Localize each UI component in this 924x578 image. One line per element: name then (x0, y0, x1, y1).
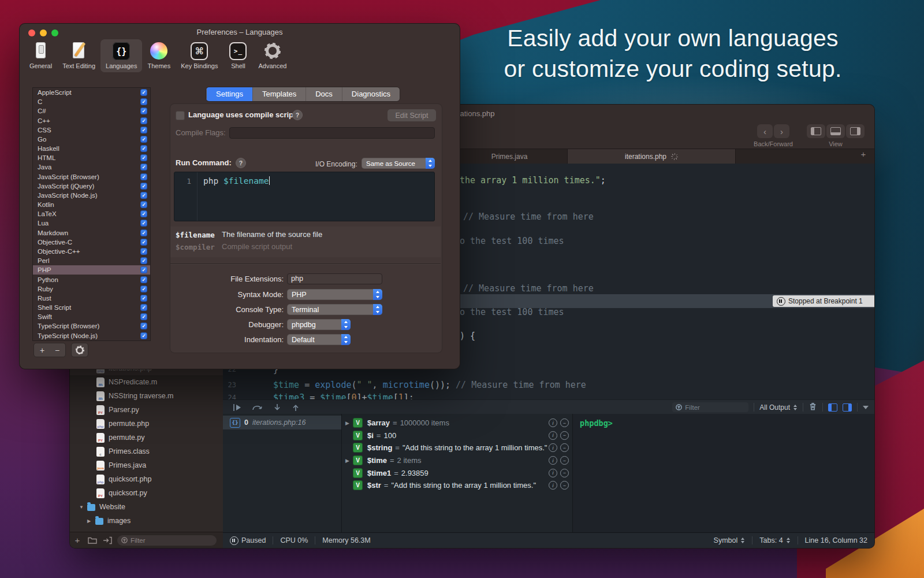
checkbox-checked-icon[interactable] (140, 266, 147, 273)
checkbox-checked-icon[interactable] (140, 304, 147, 311)
output-select[interactable]: All Output (759, 403, 798, 412)
checkbox-checked-icon[interactable] (140, 210, 147, 217)
remove-icon[interactable] (560, 456, 569, 465)
language-row[interactable]: Java (33, 162, 150, 172)
checkbox-checked-icon[interactable] (140, 313, 147, 320)
checkbox-checked-icon[interactable] (140, 276, 147, 283)
checkbox-checked-icon[interactable] (140, 154, 147, 161)
language-row[interactable]: Ruby (33, 284, 150, 294)
file-row[interactable]: php permute.php (70, 417, 223, 431)
prefs-toolbar-item[interactable]: Text Editing (57, 39, 100, 72)
remove-icon[interactable] (560, 443, 569, 452)
compile-script-checkbox[interactable] (176, 111, 185, 120)
language-row[interactable]: TypeScript (Node.js) (33, 331, 150, 340)
file-extensions-field[interactable]: php (287, 273, 382, 284)
prefs-toolbar-item[interactable]: Languages (100, 39, 142, 72)
checkbox-checked-icon[interactable] (140, 201, 147, 208)
language-row[interactable]: CSS (33, 125, 150, 135)
tabs-select[interactable]: Tabs: 4 (759, 536, 790, 544)
language-row[interactable]: JavaScript (Node.js) (33, 191, 150, 200)
debugger-select[interactable]: phpdbg (287, 319, 351, 330)
forward-button[interactable]: › (774, 124, 789, 138)
console-filter-field[interactable]: Filter (672, 402, 748, 412)
remove-icon[interactable] (560, 469, 569, 477)
language-actions-button[interactable] (71, 343, 88, 357)
language-row[interactable]: Markdown (33, 228, 150, 238)
checkbox-checked-icon[interactable] (140, 136, 147, 143)
checkbox-checked-icon[interactable] (140, 164, 147, 171)
info-icon[interactable] (549, 418, 557, 427)
prefs-tab[interactable]: Settings (206, 87, 252, 101)
view-left-panel-button[interactable] (807, 124, 825, 138)
info-icon[interactable] (549, 481, 557, 490)
file-row[interactable]: m NSString traverse.m (70, 389, 223, 403)
language-row[interactable]: AppleScript (33, 88, 150, 97)
language-row[interactable]: C (33, 97, 150, 106)
checkbox-checked-icon[interactable] (140, 173, 147, 180)
prefs-toolbar-item[interactable]: Shell (223, 39, 253, 72)
new-folder-button[interactable] (85, 536, 100, 544)
remove-icon[interactable] (560, 431, 569, 440)
language-row[interactable]: Rust (33, 294, 150, 303)
language-row[interactable]: HTML (33, 153, 150, 162)
checkbox-checked-icon[interactable] (140, 89, 147, 96)
checkbox-checked-icon[interactable] (140, 295, 147, 302)
expand-arrow-icon[interactable]: ▶ (345, 420, 353, 426)
sidebar-filter-field[interactable]: Filter (117, 535, 217, 546)
checkbox-checked-icon[interactable] (140, 220, 147, 227)
file-row[interactable]: m NSPredicate.m (70, 375, 223, 389)
io-encoding-select[interactable]: Same as Source (362, 158, 435, 169)
file-row[interactable]: PY Parser.py (70, 403, 223, 417)
info-icon[interactable] (549, 456, 557, 465)
file-row[interactable]: PY quicksort.py (70, 486, 223, 500)
step-out-button[interactable] (291, 403, 300, 412)
compile-flags-field[interactable] (229, 127, 435, 139)
info-icon[interactable] (549, 443, 557, 452)
file-row[interactable]: ▶ images (70, 514, 223, 528)
disclosure-triangle-icon[interactable]: ▼ (79, 505, 87, 510)
prefs-tab[interactable]: Diagnostics (342, 87, 400, 101)
remove-language-button[interactable]: − (49, 343, 66, 357)
add-language-button[interactable]: + (33, 343, 51, 357)
symbol-select[interactable]: Symbol (714, 536, 746, 544)
checkbox-checked-icon[interactable] (140, 239, 147, 246)
language-row[interactable]: PHP (33, 265, 150, 275)
disclosure-triangle-icon[interactable]: ▶ (87, 518, 95, 524)
indentation-select[interactable]: Default (287, 334, 351, 345)
checkbox-checked-icon[interactable] (140, 332, 147, 339)
prefs-toolbar-item[interactable]: Advanced (253, 39, 292, 72)
file-row[interactable]: php quicksort.php (70, 472, 223, 486)
edit-script-button[interactable]: Edit Script (388, 109, 436, 121)
checkbox-checked-icon[interactable] (140, 127, 147, 134)
language-row[interactable]: Shell Script (33, 303, 150, 312)
editor-tab[interactable]: Primes.java (452, 149, 568, 164)
prefs-toolbar-item[interactable]: Themes (142, 39, 176, 72)
add-file-button[interactable]: + (70, 535, 85, 545)
checkbox-checked-icon[interactable] (140, 248, 147, 255)
run-command-editor[interactable]: 1 php $filename (174, 172, 435, 221)
checkbox-checked-icon[interactable] (140, 145, 147, 152)
continue-button[interactable] (232, 403, 243, 412)
language-row[interactable]: Objective-C (33, 238, 150, 247)
view-bottom-panel-button[interactable] (826, 124, 845, 138)
expand-arrow-icon[interactable]: ▶ (345, 458, 353, 464)
clear-console-button[interactable] (808, 402, 817, 413)
add-tab-button[interactable]: + (855, 149, 872, 159)
file-row[interactable]: java Primes.java (70, 458, 223, 472)
variable-row[interactable]: V $str = "Add this string to the array 1… (342, 479, 572, 492)
remove-icon[interactable] (560, 481, 569, 490)
syntax-mode-select[interactable]: PHP (287, 289, 382, 300)
variable-row[interactable]: V $i = 100 (342, 429, 572, 442)
help-button[interactable]: ? (292, 110, 303, 120)
variable-row[interactable]: V $time1 = 2.93859 (342, 466, 572, 479)
language-row[interactable]: Perl (33, 256, 150, 265)
help-button[interactable]: ? (236, 158, 246, 168)
checkbox-checked-icon[interactable] (140, 257, 147, 264)
language-row[interactable]: Kotlin (33, 200, 150, 209)
toggle-left-panel-button[interactable] (828, 403, 837, 412)
prefs-toolbar-item[interactable]: Key Bindings (176, 39, 223, 72)
editor-tab[interactable]: iterations.php (568, 149, 736, 164)
language-row[interactable]: JavaScript (Browser) (33, 172, 150, 181)
language-row[interactable]: Swift (33, 312, 150, 321)
checkbox-checked-icon[interactable] (140, 286, 147, 292)
